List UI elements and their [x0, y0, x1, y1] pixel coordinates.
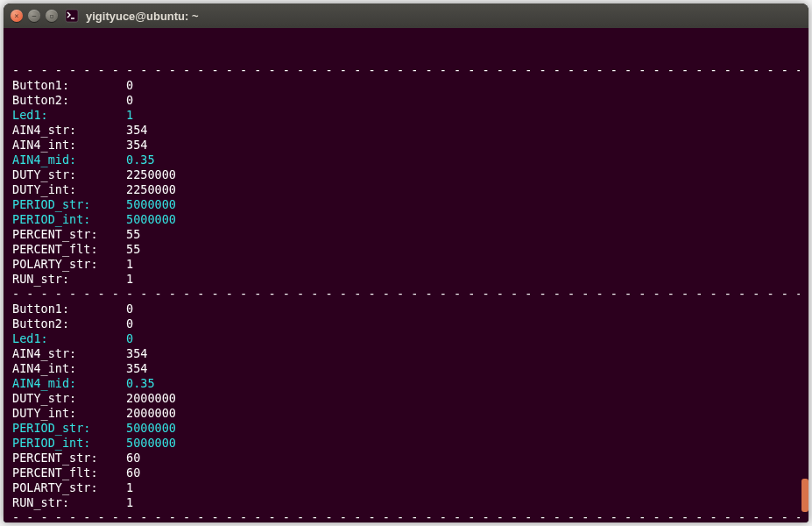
- output-value: 0: [126, 331, 133, 346]
- output-row: AIN4_mid:0.35: [12, 153, 800, 167]
- terminal-window: × − ▫ yigityuce@ubuntu: ~ - - - - - - - …: [4, 4, 808, 522]
- output-value: 0: [126, 316, 133, 331]
- output-value: 5000000: [126, 436, 176, 451]
- output-row: DUTY_str:2000000: [12, 391, 800, 406]
- separator-line: - - - - - - - - - - - - - - - - - - - - …: [12, 287, 800, 302]
- separator-line: - - - - - - - - - - - - - - - - - - - - …: [12, 63, 800, 78]
- output-key: RUN_str:: [12, 272, 126, 287]
- output-key: DUTY_int:: [12, 406, 126, 421]
- output-row: RUN_str:1: [12, 495, 800, 510]
- window-title: yigityuce@ubuntu: ~: [86, 10, 199, 23]
- output-row: Button2:0: [12, 93, 800, 108]
- output-key: AIN4_int:: [12, 138, 126, 153]
- output-key: AIN4_int:: [12, 361, 126, 376]
- output-key: RUN_str:: [12, 495, 126, 510]
- terminal-body[interactable]: - - - - - - - - - - - - - - - - - - - - …: [4, 28, 808, 522]
- output-value: 55: [126, 227, 140, 242]
- window-buttons: × − ▫: [11, 10, 58, 22]
- output-row: PERIOD_int:5000000: [12, 436, 800, 451]
- output-value: 0: [126, 302, 133, 316]
- output-key: DUTY_str:: [12, 167, 126, 182]
- output-row: AIN4_int:354: [12, 361, 800, 376]
- output-value: 1: [126, 480, 133, 495]
- output-key: POLARTY_str:: [12, 480, 126, 495]
- output-value: 2250000: [126, 182, 176, 197]
- output-value: 60: [126, 466, 140, 480]
- output-value: 55: [126, 242, 140, 257]
- output-value: 2250000: [126, 167, 176, 182]
- output-value: 0: [126, 78, 133, 93]
- output-value: 354: [126, 361, 147, 376]
- output-row: AIN4_str:354: [12, 346, 800, 361]
- output-key: AIN4_str:: [12, 123, 126, 138]
- output-row: AIN4_mid:0.35: [12, 376, 800, 391]
- output-key: Led1:: [12, 108, 126, 123]
- output-row: PERCENT_flt:60: [12, 466, 800, 480]
- maximize-icon[interactable]: ▫: [46, 10, 58, 22]
- output-key: PERIOD_int:: [12, 436, 126, 451]
- terminal-output: - - - - - - - - - - - - - - - - - - - - …: [12, 63, 800, 522]
- output-row: Button1:0: [12, 302, 800, 316]
- output-value: 1: [126, 495, 133, 510]
- output-key: Led1:: [12, 331, 126, 346]
- svg-rect-0: [66, 10, 78, 22]
- output-row: PERIOD_str:5000000: [12, 197, 800, 212]
- output-value: 2000000: [126, 406, 176, 421]
- output-value: 5000000: [126, 197, 176, 212]
- minimize-icon[interactable]: −: [28, 10, 40, 22]
- close-icon[interactable]: ×: [11, 10, 23, 22]
- output-key: PERCENT_str:: [12, 451, 126, 466]
- output-value: 354: [126, 346, 147, 361]
- output-key: PERCENT_flt:: [12, 466, 126, 480]
- output-row: RUN_str:1: [12, 272, 800, 287]
- output-key: PERIOD_str:: [12, 421, 126, 436]
- output-row: PERCENT_str:60: [12, 451, 800, 466]
- output-key: DUTY_int:: [12, 182, 126, 197]
- output-row: POLARTY_str:1: [12, 257, 800, 272]
- output-value: 1: [126, 108, 133, 123]
- output-key: AIN4_mid:: [12, 376, 126, 391]
- output-key: PERIOD_str:: [12, 197, 126, 212]
- output-key: PERCENT_flt:: [12, 242, 126, 257]
- output-value: 0.35: [126, 153, 155, 167]
- output-value: 0.35: [126, 376, 155, 391]
- output-value: 60: [126, 451, 140, 466]
- output-value: 354: [126, 138, 147, 153]
- output-row: POLARTY_str:1: [12, 480, 800, 495]
- output-key: Button1:: [12, 302, 126, 316]
- output-row: DUTY_str:2250000: [12, 167, 800, 182]
- output-value: 5000000: [126, 421, 176, 436]
- output-key: Button1:: [12, 78, 126, 93]
- titlebar[interactable]: × − ▫ yigityuce@ubuntu: ~: [4, 4, 808, 28]
- output-key: PERIOD_int:: [12, 212, 126, 227]
- output-key: PERCENT_str:: [12, 227, 126, 242]
- output-row: Button2:0: [12, 316, 800, 331]
- output-row: PERIOD_str:5000000: [12, 421, 800, 436]
- output-row: DUTY_int:2000000: [12, 406, 800, 421]
- output-value: 1: [126, 272, 133, 287]
- output-key: POLARTY_str:: [12, 257, 126, 272]
- output-value: 5000000: [126, 212, 176, 227]
- terminal-app-icon: [65, 9, 79, 23]
- output-row: AIN4_int:354: [12, 138, 800, 153]
- output-row: Button1:0: [12, 78, 800, 93]
- output-key: AIN4_str:: [12, 346, 126, 361]
- output-value: 354: [126, 123, 147, 138]
- output-row: DUTY_int:2250000: [12, 182, 800, 197]
- output-row: AIN4_str:354: [12, 123, 800, 138]
- separator-line: - - - - - - - - - - - - - - - - - - - - …: [12, 510, 800, 522]
- output-row: PERCENT_flt:55: [12, 242, 800, 257]
- output-key: Button2:: [12, 316, 126, 331]
- output-value: 2000000: [126, 391, 176, 406]
- output-row: PERCENT_str:55: [12, 227, 800, 242]
- output-row: PERIOD_int:5000000: [12, 212, 800, 227]
- output-key: AIN4_mid:: [12, 153, 126, 167]
- output-key: Button2:: [12, 93, 126, 108]
- output-row: Led1:1: [12, 108, 800, 123]
- output-row: Led1:0: [12, 331, 800, 346]
- output-value: 1: [126, 257, 133, 272]
- scrollbar-thumb[interactable]: [801, 479, 808, 512]
- output-key: DUTY_str:: [12, 391, 126, 406]
- output-value: 0: [126, 93, 133, 108]
